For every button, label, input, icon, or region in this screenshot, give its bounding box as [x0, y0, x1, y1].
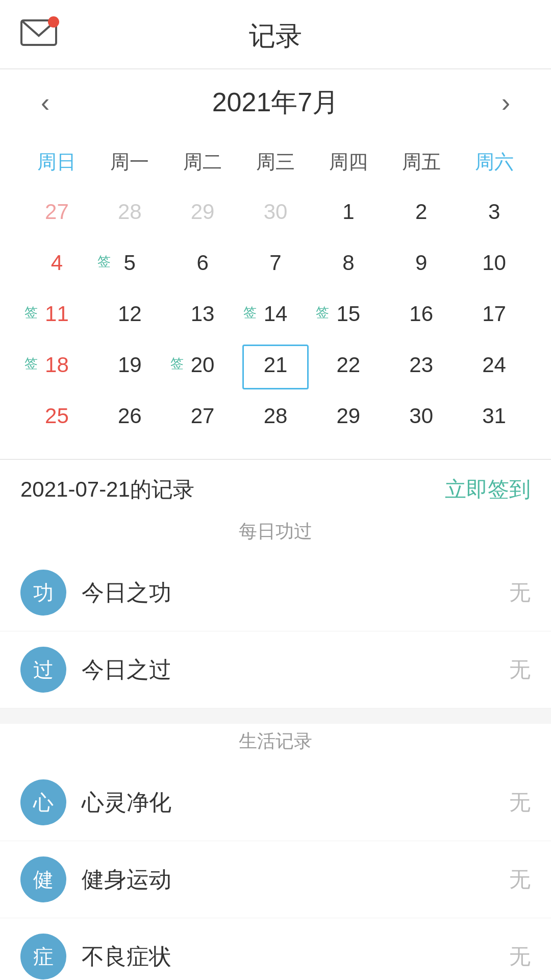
calendar-day[interactable]: 1 [312, 188, 385, 239]
jian-icon: 健 [20, 856, 66, 902]
guo-icon: 过 [20, 647, 66, 693]
calendar-day[interactable]: 19 [93, 341, 166, 393]
sign-now-button[interactable]: 立即签到 [445, 475, 531, 504]
month-title: 2021年7月 [212, 85, 339, 120]
calendar-day[interactable]: 27 [166, 393, 239, 444]
record-label-jian: 健身运动 [82, 865, 509, 895]
calendar-day[interactable]: 24 [458, 341, 531, 393]
weekday-tue: 周二 [166, 141, 239, 183]
record-item-guo[interactable]: 过 今日之过 无 [0, 631, 551, 708]
calendar-day[interactable]: 23 [385, 341, 458, 393]
calendar-day[interactable]: 29 [166, 188, 239, 239]
calendar-day[interactable]: 7 [239, 239, 312, 290]
calendar-day[interactable]: 10 [458, 239, 531, 290]
next-month-button[interactable]: › [491, 87, 520, 118]
record-item-jian[interactable]: 健 健身运动 无 [0, 841, 551, 918]
calendar-day[interactable]: 13 [166, 290, 239, 341]
record-label-guo: 今日之过 [82, 655, 509, 685]
month-nav: ‹ 2021年7月 › [20, 80, 531, 126]
mail-icon [20, 18, 57, 47]
calendar-day[interactable]: 9 [385, 239, 458, 290]
weekday-sun: 周日 [20, 141, 93, 183]
calendar-day-today[interactable]: 21 [239, 341, 312, 393]
calendar-day[interactable]: 3 [458, 188, 531, 239]
weekday-sat: 周六 [458, 141, 531, 183]
weekday-fri: 周五 [385, 141, 458, 183]
calendar-day[interactable]: 31 [458, 393, 531, 444]
records-header: 2021-07-21的记录 立即签到 [0, 459, 551, 514]
record-label-xin: 心灵净化 [82, 788, 509, 818]
calendar-day[interactable]: 4 [20, 239, 93, 290]
section-divider [0, 708, 551, 724]
weekday-thu: 周四 [312, 141, 385, 183]
calendar-day[interactable]: 签 5 [93, 239, 166, 290]
calendar-day[interactable]: 30 [385, 393, 458, 444]
xin-icon: 心 [20, 779, 66, 825]
weekday-wed: 周三 [239, 141, 312, 183]
calendar-day[interactable]: 签 15 [312, 290, 385, 341]
calendar-section: ‹ 2021年7月 › 周日 周一 周二 周三 周四 周五 周六 27 28 2… [0, 69, 551, 459]
calendar-day[interactable]: 30 [239, 188, 312, 239]
calendar-day[interactable]: 签 11 [20, 290, 93, 341]
record-item-gong[interactable]: 功 今日之功 无 [0, 554, 551, 631]
records-date: 2021-07-21的记录 [20, 475, 194, 504]
daily-section-label: 每日功过 [0, 514, 551, 554]
weekday-mon: 周一 [93, 141, 166, 183]
calendar-day[interactable]: 27 [20, 188, 93, 239]
header: 记录 [0, 0, 551, 68]
calendar-day[interactable]: 6 [166, 239, 239, 290]
record-value-xin: 无 [509, 788, 531, 817]
calendar-day[interactable]: 2 [385, 188, 458, 239]
record-item-bing[interactable]: 症 不良症状 无 [0, 918, 551, 980]
record-value-gong: 无 [509, 578, 531, 607]
record-label-gong: 今日之功 [82, 578, 509, 608]
calendar-day[interactable]: 签 18 [20, 341, 93, 393]
calendar-grid: 27 28 29 30 1 2 3 4 签 5 6 7 [20, 188, 531, 444]
calendar-day[interactable]: 8 [312, 239, 385, 290]
calendar-day[interactable]: 22 [312, 341, 385, 393]
calendar-day[interactable]: 28 [93, 188, 166, 239]
page-title: 记录 [249, 18, 302, 54]
calendar-day[interactable]: 签 20 [166, 341, 239, 393]
calendar-day[interactable]: 26 [93, 393, 166, 444]
mail-badge [48, 16, 59, 28]
weekday-header: 周日 周一 周二 周三 周四 周五 周六 [20, 141, 531, 183]
bing-icon: 症 [20, 934, 66, 979]
record-value-jian: 无 [509, 865, 531, 894]
calendar-day[interactable]: 16 [385, 290, 458, 341]
prev-month-button[interactable]: ‹ [31, 87, 60, 118]
calendar-day[interactable]: 17 [458, 290, 531, 341]
calendar-day[interactable]: 12 [93, 290, 166, 341]
record-label-bing: 不良症状 [82, 942, 509, 972]
record-value-bing: 无 [509, 942, 531, 971]
calendar-day[interactable]: 29 [312, 393, 385, 444]
mail-button[interactable] [20, 18, 57, 49]
calendar-day[interactable]: 签 14 [239, 290, 312, 341]
calendar-day[interactable]: 28 [239, 393, 312, 444]
life-section-label: 生活记录 [0, 724, 551, 764]
gong-icon: 功 [20, 570, 66, 616]
record-value-guo: 无 [509, 655, 531, 684]
calendar-day[interactable]: 25 [20, 393, 93, 444]
record-item-xin[interactable]: 心 心灵净化 无 [0, 764, 551, 841]
